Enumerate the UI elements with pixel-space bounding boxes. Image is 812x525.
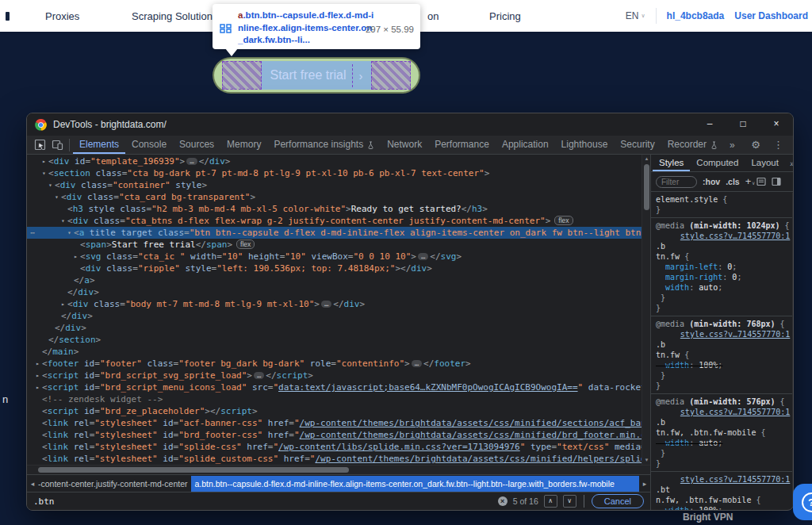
dom-tree-line[interactable]: ▸<script id="brd_script_svg_sprite_load"…	[27, 370, 650, 381]
inline-expand-icon[interactable]: …	[418, 253, 428, 260]
devtools-tab-performance[interactable]: Performance	[428, 136, 496, 154]
breadcrumb-left-icon[interactable]: ◂	[27, 480, 38, 488]
devtools-tab-lighthouse[interactable]: Lighthouse	[555, 136, 615, 154]
tab-computed[interactable]: Computed	[690, 155, 745, 171]
scroll-down-icon[interactable]: ▼	[642, 456, 650, 465]
css-declaration[interactable]: }	[656, 448, 792, 458]
device-toolbar-icon[interactable]	[48, 136, 66, 154]
more-tabs-button[interactable]: »	[724, 140, 741, 151]
dom-tree-line[interactable]: </a>	[27, 274, 650, 286]
css-declaration[interactable]: tn.fw {	[656, 251, 792, 262]
account-id-link[interactable]: hl_4bcb8ada	[667, 10, 725, 21]
twisty-icon[interactable]: ▾	[65, 227, 74, 239]
devtools-tab-network[interactable]: Network	[381, 136, 428, 154]
css-declaration[interactable]: .bt	[656, 485, 792, 495]
dom-tree-line[interactable]: </div>	[27, 322, 650, 334]
twisty-icon[interactable]: ▸	[40, 155, 48, 167]
inline-expand-icon[interactable]: …	[321, 301, 331, 308]
breadcrumb-parent[interactable]: -content-center.justify-content-md-cente…	[38, 479, 188, 489]
css-declaration[interactable]: .b	[656, 417, 792, 427]
dom-tree-line[interactable]: <link rel="stylesheet" id="splide-css" h…	[27, 441, 650, 453]
toggle-classes-button[interactable]: .cls	[726, 177, 740, 186]
devtools-tab-elements[interactable]: Elements	[73, 136, 125, 154]
maximize-button[interactable]: □	[726, 113, 760, 136]
stylesheet-link[interactable]: style.css?v…714557770:1	[680, 408, 790, 416]
css-declaration[interactable]: width: auto;	[656, 282, 792, 293]
flex-badge[interactable]: flex	[554, 216, 573, 225]
dom-tree-line[interactable]: ▸<div id="template_196939">…</div>	[27, 155, 650, 167]
css-declaration[interactable]: }	[656, 458, 792, 469]
elements-horizontal-scrollbar[interactable]	[27, 465, 650, 474]
css-declaration[interactable]: margin-right: 0;	[656, 272, 792, 282]
twisty-icon[interactable]: ▾	[59, 215, 67, 227]
new-style-rule-icon[interactable]: +∨	[745, 177, 752, 186]
dom-tree-line[interactable]: <span>Start free trial</span>flex	[27, 239, 650, 251]
dom-tree-line[interactable]: </main>	[27, 346, 650, 358]
dom-tree-line[interactable]: ▾<div class="container" style>	[27, 179, 650, 191]
nav-item-partial[interactable]: on	[427, 10, 439, 22]
css-declaration[interactable]: }	[656, 205, 792, 215]
dom-tree-line[interactable]: <script id="brd_ze_placeholder"></script…	[27, 405, 650, 417]
devtools-tab-recorder[interactable]: Recorder	[661, 136, 724, 154]
next-match-button[interactable]: ∨	[563, 495, 576, 508]
twisty-icon[interactable]: ▸	[33, 358, 42, 370]
previous-match-button[interactable]: ∧	[544, 495, 557, 508]
twisty-icon[interactable]: ▸	[71, 251, 80, 262]
dom-tree-line[interactable]: ▸<div class="body mt-7 mt-md-8 mt-lg-9 m…	[27, 298, 650, 310]
toggle-hover-state-button[interactable]: :hov	[703, 177, 720, 186]
dom-tree-line[interactable]: </div>	[27, 286, 650, 298]
twisty-icon[interactable]: ▸	[33, 370, 42, 381]
inline-expand-icon[interactable]: …	[412, 360, 422, 367]
scrollbar-thumb[interactable]	[644, 164, 649, 210]
css-declaration[interactable]: n.fw, .btn.fw-mobile {	[656, 495, 792, 505]
dom-tree-line[interactable]: ▸<footer id="footer" class="footer bg_da…	[27, 358, 650, 370]
scrollbar-thumb[interactable]	[38, 467, 349, 473]
dom-tree-line[interactable]: ▾<div class="cta_btns d-flex flex-wrap g…	[27, 215, 650, 227]
elements-vertical-scrollbar[interactable]: ▲ ▼	[642, 155, 650, 465]
css-declaration[interactable]: }	[656, 303, 792, 313]
flex-badge[interactable]: flex	[236, 240, 255, 249]
language-selector[interactable]: EN∨	[626, 10, 645, 21]
cancel-button[interactable]: Cancel	[592, 494, 644, 508]
css-declaration[interactable]: @media (min-width: 1024px) {	[656, 220, 792, 231]
devtools-tab-performance-insights[interactable]: Performance insights	[267, 136, 381, 154]
css-declaration[interactable]: width: 100%;	[656, 360, 792, 370]
more-sidebar-tabs-icon[interactable]: »	[785, 159, 794, 168]
devtools-tab-console[interactable]: Console	[125, 136, 173, 154]
breadcrumb-right-icon[interactable]: ▸	[639, 480, 650, 488]
sidebar-toggle-icon[interactable]	[772, 177, 781, 186]
dom-tree-line[interactable]: <!-- zendesk widget -->	[27, 393, 650, 405]
css-declaration[interactable]: .b	[656, 339, 792, 350]
dom-tree-line[interactable]: ⋯▾<a title target class="btn btn--capsul…	[27, 227, 650, 239]
stylesheet-link[interactable]: style.css?v…714557770:1	[680, 232, 790, 240]
css-declaration[interactable]: tn.fw {	[656, 350, 792, 360]
devtools-tab-memory[interactable]: Memory	[220, 136, 267, 154]
css-declaration[interactable]: @media (min-width: 768px) {	[656, 319, 792, 329]
twisty-icon[interactable]: ▾	[40, 167, 48, 179]
inline-expand-icon[interactable]: …	[186, 158, 197, 165]
styles-vertical-scrollbar[interactable]: ▼	[792, 193, 794, 510]
css-declaration[interactable]: @media (min-width: 576px) {	[656, 397, 792, 407]
styles-filter-input[interactable]	[656, 176, 697, 188]
devtools-tab-sources[interactable]: Sources	[173, 136, 220, 154]
twisty-icon[interactable]: ▸	[59, 298, 67, 310]
dom-tree-line[interactable]: </div>	[27, 310, 650, 322]
css-declaration[interactable]: .b	[656, 241, 792, 251]
css-declaration[interactable]: }	[656, 381, 792, 391]
minimize-button[interactable]: –	[693, 113, 726, 136]
css-declaration[interactable]: element.style {	[656, 194, 792, 205]
line-gutter-ellipsis-icon[interactable]: ⋯	[30, 227, 36, 239]
dom-search-input[interactable]: .btn	[33, 496, 492, 507]
nav-item-proxies[interactable]: Proxies	[45, 10, 79, 22]
dom-tree-line[interactable]: <link rel="stylesheet" id="splide_custom…	[27, 453, 650, 465]
css-declaration[interactable]: width: 100%;	[656, 505, 792, 510]
devtools-titlebar[interactable]: DevTools - brightdata.com/ – □ ×	[27, 113, 793, 136]
highlighted-cta-button[interactable]: Start free trial ›	[213, 57, 420, 94]
tab-styles[interactable]: Styles	[653, 155, 690, 171]
nav-item-pricing[interactable]: Pricing	[489, 10, 521, 22]
element-state-icon[interactable]	[756, 177, 766, 186]
inspect-element-icon[interactable]	[31, 136, 48, 154]
devtools-tab-security[interactable]: Security	[614, 136, 661, 154]
dom-tree-line[interactable]: ▾<section class="cta bg-dark pt-7 pt-md-…	[27, 167, 650, 179]
nav-item-scraping-solutions[interactable]: Scraping Solutions	[132, 10, 217, 22]
